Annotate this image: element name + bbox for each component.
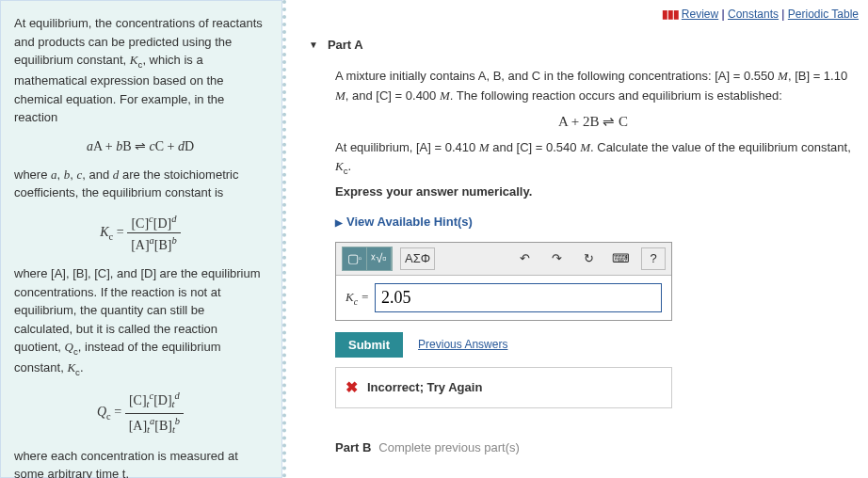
answer-box: ▢▫ ᵡ√▫ ΑΣΦ ↶ ↷ ↻ ⌨ ? Kc = [335, 242, 672, 321]
qc-formula: Qc = [C]tc[D]td[A]ta[B]tb [14, 389, 266, 437]
keyboard-button[interactable]: ⌨ [608, 247, 634, 270]
part-b-note: Complete previous part(s) [378, 440, 520, 454]
submit-button[interactable]: Submit [335, 332, 403, 358]
expand-icon: ▶ [335, 217, 343, 228]
previous-answers-link[interactable]: Previous Answers [418, 336, 507, 354]
greek-button[interactable]: ΑΣΦ [400, 247, 435, 270]
help-button[interactable]: ? [641, 247, 666, 270]
intro-text: At equilibrium, the concentrations of re… [14, 14, 266, 127]
collapse-icon: ▼ [309, 40, 318, 50]
reaction-equation: A + 2B ⇌ C [335, 110, 851, 133]
feedback-box: ✖ Incorrect; Try Again [335, 367, 672, 408]
part-a-label: Part A [328, 38, 363, 52]
equation-toolbar: ▢▫ ᵡ√▫ ΑΣΦ ↶ ↷ ↻ ⌨ ? [336, 243, 671, 276]
feedback-text: Incorrect; Try Again [367, 378, 482, 398]
part-b-header: Part BComplete previous part(s) [335, 431, 851, 458]
part-b-label: Part B [335, 440, 371, 454]
part-a-header[interactable]: ▼ Part A [309, 38, 859, 52]
where-eq-text: where [A], [B], [C], and [D] are the equ… [14, 264, 266, 379]
arb-time-text: where each concentration is measured at … [14, 447, 266, 478]
status-bars-icon: ▮▮▮ [662, 8, 679, 21]
undo-button[interactable]: ↶ [512, 247, 537, 270]
review-link[interactable]: Review [682, 8, 718, 21]
stoich-text: where a, b, c, and d are the stoichiomet… [14, 166, 266, 202]
generic-equation: aA + bB ⇌ cC + dD [14, 136, 266, 156]
question-text-2: At equilibrium, [A] = 0.410 M and [C] = … [335, 138, 851, 179]
top-links: ▮▮▮ Review | Constants | Periodic Table [309, 8, 859, 21]
question-text-1: A mixture initially contains A, B, and C… [335, 67, 851, 106]
reset-button[interactable]: ↻ [576, 247, 601, 270]
view-hints-link[interactable]: ▶View Available Hint(s) [335, 213, 473, 232]
info-panel: At equilibrium, the concentrations of re… [0, 0, 282, 478]
sqrt-button[interactable]: ᵡ√▫ [367, 247, 392, 270]
incorrect-icon: ✖ [346, 375, 358, 400]
periodic-link[interactable]: Periodic Table [788, 8, 859, 21]
kc-formula: Kc = [C]c[D]d[A]a[B]b [14, 212, 266, 255]
answer-input[interactable] [375, 283, 662, 312]
question-panel: ▮▮▮ Review | Constants | Periodic Table … [282, 0, 868, 478]
constants-link[interactable]: Constants [728, 8, 779, 21]
part-a-body: A mixture initially contains A, B, and C… [309, 67, 859, 458]
redo-button[interactable]: ↷ [544, 247, 569, 270]
kc-label: Kc = [346, 288, 369, 309]
template-button[interactable]: ▢▫ [343, 247, 367, 270]
express-instruction: Express your answer numerically. [335, 183, 851, 202]
